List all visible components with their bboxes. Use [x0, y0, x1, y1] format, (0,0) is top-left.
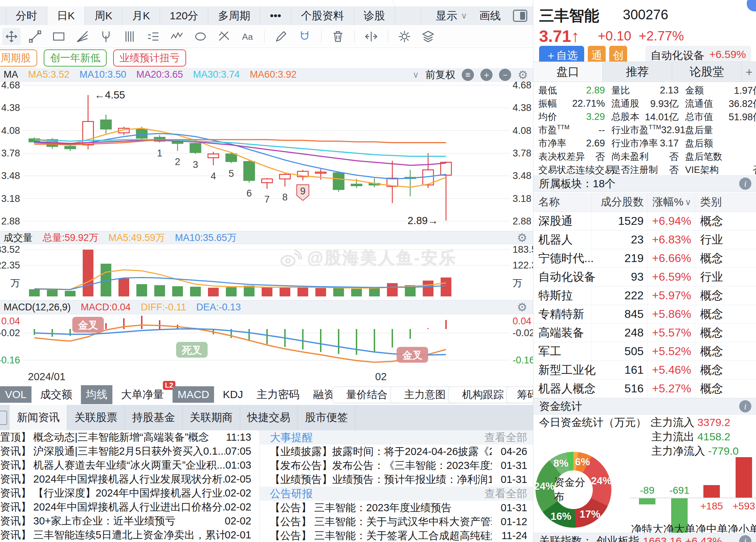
reset-zoom-button[interactable]: ≡ — [462, 69, 474, 81]
period-tab-日K[interactable]: 日K — [47, 6, 85, 25]
announcement-item[interactable]: 【业绩披露】披露时间：将于2024-04-26披露《20...04-26 — [260, 445, 533, 459]
candlestick-chart-canvas[interactable]: 4.684.684.384.384.084.083.783.783.483.48… — [0, 82, 533, 369]
announcement-item[interactable]: 【业绩预告】业绩预告：预计年报业绩：净利润186...01-31 — [260, 473, 533, 487]
section-title[interactable]: 大事提醒 — [270, 430, 313, 445]
announcement-item[interactable]: 【发布公告】发布公告：《三丰智能：2023年度业...01-31 — [260, 459, 533, 473]
sidebar-toggle-icon[interactable] — [513, 10, 527, 22]
sector-row[interactable]: 专精特新845+5.86%概念 — [533, 305, 756, 324]
period-tab-多周期[interactable]: 多周期 — [208, 6, 260, 25]
period-tab-个股资料[interactable]: 个股资料 — [291, 6, 354, 25]
spread-icon[interactable] — [362, 28, 381, 45]
news-item[interactable]: 资讯】沪深股通|三丰智能2月5日获外资买入0.1...07:05 — [0, 444, 258, 458]
announcement-item[interactable]: 【公告】 三丰智能：关于与武汉华中科大资产管理...01-12 — [260, 515, 533, 529]
view-all-link[interactable]: 查看全部 — [484, 487, 527, 501]
news-tab-快捷交易[interactable]: 快捷交易 — [240, 405, 298, 430]
chevron-down-icon: ∨ — [461, 11, 467, 21]
panel-tab-论股堂[interactable]: 论股堂 — [672, 62, 742, 82]
sector-row[interactable]: 自动化设备93+6.59%行业 — [533, 268, 756, 286]
news-item[interactable]: 资讯】2024年中国焊接机器人行业进出口价格分...02-02 — [0, 500, 258, 514]
indicator-tab-主力密码[interactable]: 主力密码 — [252, 385, 305, 404]
stock-tag[interactable]: 业绩预计扭亏 — [113, 49, 186, 67]
chart-settings-icon[interactable]: ⚙ — [518, 68, 528, 82]
sector-row[interactable]: 宁德时代...219+6.66%概念 — [533, 249, 756, 268]
trend-line-icon[interactable] — [26, 28, 44, 45]
display-menu[interactable]: 显示 ∨ — [436, 9, 467, 23]
announcement-item[interactable]: 【公告】 三丰智能：关于签署人工合成超高纯硅溶...11-24 — [260, 529, 533, 542]
layers-icon[interactable] — [419, 28, 437, 45]
news-item[interactable]: 资讯】机器人赛道去年业绩“冰火两重天”企业积...01:03 — [0, 458, 258, 472]
panel-tab-推荐[interactable]: 推荐 — [603, 62, 672, 82]
period-tab-月K[interactable]: 月K — [122, 6, 160, 25]
news-tab-新闻资讯[interactable]: 新闻资讯 — [10, 405, 67, 430]
stock-tag[interactable]: 周期股 — [0, 49, 37, 67]
stock-tag[interactable]: 创一年新低 — [44, 49, 107, 67]
indicator-tab-MACD[interactable]: MACD — [173, 386, 214, 403]
period-tab-120分[interactable]: 120分 — [160, 6, 208, 25]
period-tab-•••[interactable]: ••• — [260, 6, 291, 25]
parallel-lines-icon[interactable] — [120, 28, 139, 45]
sector-row[interactable]: 深股通1529+6.94%概念 — [533, 212, 756, 231]
sector-count: 1529 — [592, 212, 648, 230]
settings-icon[interactable] — [395, 28, 414, 45]
trash-icon[interactable] — [329, 28, 347, 45]
pitchfork-icon[interactable] — [97, 28, 115, 45]
volume-settings-icon[interactable]: ⚙ — [517, 231, 533, 245]
announcement-item[interactable]: 【公告】 三丰智能：2023年度业绩预告01-31 — [260, 501, 533, 515]
sector-row[interactable]: 军工505+5.52%概念 — [533, 342, 756, 361]
zoom-in-button[interactable]: ＋ — [480, 69, 493, 81]
fan-lines-icon[interactable] — [73, 28, 92, 45]
floating-action-button[interactable] — [747, 0, 756, 11]
indicator-tab-KDJ[interactable]: KDJ — [218, 386, 248, 403]
stock-name: 三丰智能 — [539, 6, 599, 26]
stat-label: 量比 — [611, 84, 630, 97]
news-tab-关联期商[interactable]: 关联期商 — [183, 405, 240, 430]
news-item[interactable]: 资讯】三丰智能连续5日遭北上资金净卖出，累计...02-01 — [0, 528, 258, 542]
news-item[interactable]: 资讯】【行业深度】2024年中国焊接机器人行业...02-02 — [0, 486, 258, 500]
rectangle-icon[interactable] — [49, 28, 68, 45]
move-icon[interactable] — [2, 28, 21, 45]
sector-row[interactable]: 机器人23+6.83%行业 — [533, 231, 756, 249]
sector-header-cell[interactable]: 涨幅%∨ — [648, 193, 695, 212]
sector-row[interactable]: 高端装备248+5.57%概念 — [533, 324, 756, 342]
macd-settings-icon[interactable]: ⚙ — [517, 300, 533, 314]
text-icon[interactable]: Aa — [238, 28, 257, 45]
adjust-mode-label[interactable]: 前复权 — [425, 68, 455, 82]
sector-row[interactable]: 机器人概念516+5.27%概念 — [533, 379, 756, 398]
news-item[interactable]: 资讯】2024年中国焊接机器人行业发展现状分析...02-05 — [0, 472, 258, 486]
stat-label: 尚未盈利 — [611, 150, 649, 163]
indicator-tab-大单净量[interactable]: 大单净量L2 — [116, 385, 169, 404]
ellipse-icon[interactable] — [191, 28, 210, 45]
candle-number-label: 7 — [264, 194, 270, 205]
news-item[interactable]: 置顶】概念动态|三丰智能新增“高端装备”概念11:13 — [0, 430, 258, 444]
search-input[interactable] — [393, 0, 533, 7]
wave-icon[interactable] — [168, 28, 186, 45]
magnet-icon[interactable] — [295, 28, 314, 45]
news-item[interactable]: 资讯】30+家上市企业：近半业绩预亏02-02 — [0, 514, 258, 528]
period-tab-分时[interactable]: 分时 — [6, 6, 47, 25]
period-tab-周K[interactable]: 周K — [85, 6, 122, 25]
indicator-tab-成交额[interactable]: 成交额 — [35, 385, 77, 404]
info-icon[interactable]: i — [739, 400, 751, 412]
news-tab-持股基金[interactable]: 持股基金 — [125, 405, 183, 430]
draw-line-button[interactable]: 画线 — [479, 9, 501, 23]
view-all-link[interactable]: 查看全部 — [484, 430, 527, 445]
news-tab-关联股票[interactable]: 关联股票 — [67, 405, 125, 430]
candle-body — [441, 162, 451, 175]
weibo-logo-icon — [279, 248, 302, 268]
section-title[interactable]: 公告研报 — [270, 487, 313, 501]
stat-label: 是否注册制 — [611, 164, 658, 176]
crossed-lines-icon[interactable] — [215, 28, 233, 45]
indicator-tab-VOL[interactable]: VOL — [0, 386, 32, 403]
panel-tab-＋[interactable]: ＋ — [742, 62, 756, 82]
panel-tab-盘口[interactable]: 盘口 — [533, 62, 603, 82]
sector-row[interactable]: 特斯拉222+5.97%概念 — [533, 286, 756, 305]
period-tab-诊股[interactable]: 诊股 — [354, 6, 395, 25]
indicator-tab-均线[interactable]: 均线 — [81, 385, 112, 404]
sector-row[interactable]: 新型工业化161+5.46%概念 — [533, 361, 756, 379]
info-icon[interactable]: i — [739, 178, 751, 190]
info-icon[interactable]: i — [739, 535, 751, 542]
pen-icon[interactable] — [272, 28, 290, 45]
gann-icon[interactable] — [144, 28, 163, 45]
news-tab-股市便签[interactable]: 股市便签 — [298, 405, 355, 430]
zoom-out-button[interactable]: － — [499, 69, 511, 81]
